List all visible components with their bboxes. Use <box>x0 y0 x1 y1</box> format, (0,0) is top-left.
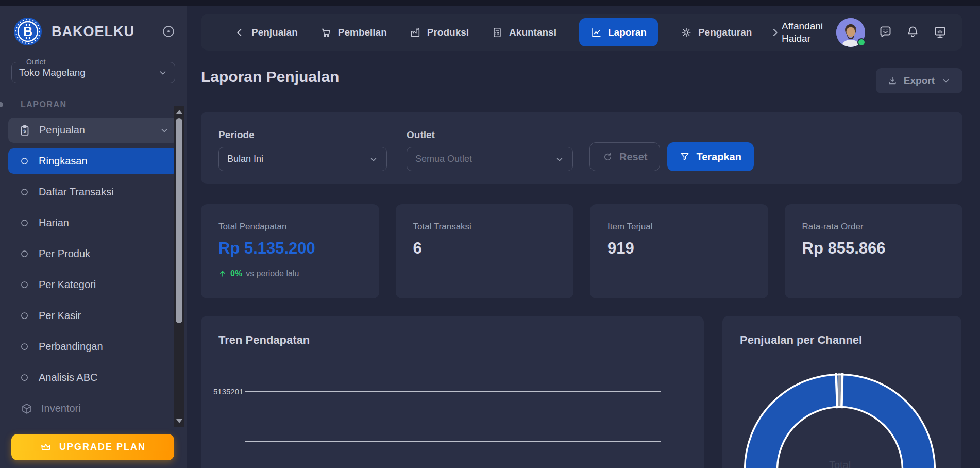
stat-card-item-terjual: Item Terjual 919 <box>590 204 768 298</box>
bell-icon[interactable] <box>906 25 920 39</box>
cart-icon <box>320 27 332 38</box>
radio-circle-icon <box>21 374 28 381</box>
tab-pengaturan[interactable]: Pengaturan <box>681 27 752 38</box>
donut-center-label: Total <box>722 459 957 468</box>
stat-value: 6 <box>413 239 556 258</box>
sidebar-item-label: Penjualan <box>39 124 85 136</box>
apply-button[interactable]: Terapkan <box>667 142 753 171</box>
reset-button[interactable]: Reset <box>589 142 660 171</box>
sidebar-nav: $ Penjualan Ringkasan Daftar Transaksi H… <box>8 118 178 421</box>
outlet-field: Outlet Semua Outlet <box>407 129 573 171</box>
page-header: Laporan Penjualan Export <box>201 68 962 93</box>
radio-circle-icon <box>21 343 28 350</box>
tab-akuntansi[interactable]: Akuntansi <box>492 27 556 38</box>
tab-label: Pengaturan <box>698 27 752 38</box>
sidebar-item-harian[interactable]: Harian <box>8 210 178 236</box>
chevron-right-icon[interactable] <box>769 27 781 38</box>
factory-icon <box>410 27 421 38</box>
export-label: Export <box>904 75 935 87</box>
package-icon <box>21 403 33 415</box>
user-name: Affandani Haidar <box>782 20 823 45</box>
export-button[interactable]: Export <box>876 68 962 93</box>
outlet-selector[interactable]: Outlet Toko Magelang <box>11 58 175 83</box>
gridline <box>245 441 661 442</box>
gridline <box>245 391 661 392</box>
app-root: B BAKOELKU Outlet Toko Magelang LAPORAN <box>0 0 980 468</box>
sidebar-item-label: Inventori <box>41 403 81 414</box>
tab-laporan[interactable]: Laporan <box>579 18 658 46</box>
sidebar-item-analisis-abc[interactable]: Analisis ABC <box>8 365 178 390</box>
tab-label: Laporan <box>608 27 647 38</box>
radio-circle-icon <box>21 219 28 227</box>
tab-produksi[interactable]: Produksi <box>410 27 469 38</box>
stat-delta-pct: 0% <box>230 269 242 278</box>
chevron-down-icon <box>158 68 167 77</box>
stat-label: Rata-rata Order <box>802 222 945 232</box>
sidebar-item-label: Harian <box>39 217 69 229</box>
stat-label: Total Pendapatan <box>218 222 362 232</box>
sidebar-item-perbandingan[interactable]: Perbandingan <box>8 334 178 359</box>
donut-segment-sliver <box>839 373 840 408</box>
stat-delta-suffix: vs periode lalu <box>246 269 299 278</box>
upgrade-plan-label: UPGRADE PLAN <box>59 442 146 453</box>
sidebar-section-label: LAPORAN <box>21 100 67 109</box>
sidebar-item-per-produk[interactable]: Per Produk <box>8 241 178 266</box>
clipboard-money-icon: $ <box>19 124 31 137</box>
monitor-chart-icon[interactable] <box>933 25 947 39</box>
chevron-down-icon <box>941 76 951 86</box>
stat-card-total-pendapatan: Total Pendapatan Rp 5.135.200 0% vs peri… <box>201 204 379 298</box>
sidebar-item-ringkasan[interactable]: Ringkasan <box>8 148 178 174</box>
stat-card-total-transaksi: Total Transaksi 6 <box>396 204 574 298</box>
sidebar-item-inventori[interactable]: Inventori <box>8 396 178 421</box>
radio-circle-icon <box>21 312 28 320</box>
periode-select[interactable]: Bulan Ini <box>218 147 387 171</box>
radio-circle-icon <box>21 157 28 165</box>
svg-text:$: $ <box>23 128 26 133</box>
download-icon <box>887 76 898 86</box>
sidebar-scrollbar[interactable] <box>174 106 184 427</box>
periode-field: Periode Bulan Ini <box>218 129 387 171</box>
scrollbar-thumb[interactable] <box>176 118 182 323</box>
upgrade-plan-button[interactable]: UPGRADE PLAN <box>11 434 174 460</box>
donut-segment-border <box>841 373 842 408</box>
filter-card: Periode Bulan Ini Outlet Semua Outlet <box>201 112 962 184</box>
donut-chart <box>722 316 961 468</box>
stat-label: Item Terjual <box>607 222 751 232</box>
reset-label: Reset <box>619 151 647 163</box>
donut-segment-border <box>836 373 838 408</box>
gear-icon <box>681 27 692 38</box>
trend-chart-card: Tren Pendapatan 5135201 <box>201 316 704 468</box>
online-status-dot <box>857 38 866 46</box>
outlet-label: Outlet <box>407 129 573 141</box>
stats-row: Total Pendapatan Rp 5.135.200 0% vs peri… <box>201 204 962 298</box>
stat-label: Total Transaksi <box>413 222 556 232</box>
sidebar-collapse-icon[interactable] <box>162 25 175 38</box>
avatar[interactable] <box>836 18 865 47</box>
tab-label: Penjualan <box>251 27 298 38</box>
sidebar-item-label: Daftar Transaksi <box>39 186 114 198</box>
filter-funnel-icon <box>680 152 690 162</box>
radio-circle-icon <box>21 188 28 196</box>
outlet-select[interactable]: Semua Outlet <box>407 147 573 171</box>
arrow-up-icon <box>218 270 227 278</box>
filter-actions: Reset Terapkan <box>589 142 754 171</box>
user-name-line1: Affandani <box>782 20 823 32</box>
tab-pembelian[interactable]: Pembelian <box>320 27 387 38</box>
channel-chart-card: Penjualan per Channel Total <box>722 316 961 468</box>
sidebar-item-per-kategori[interactable]: Per Kategori <box>8 272 178 297</box>
scrollbar-up-arrow[interactable] <box>176 110 182 114</box>
sidebar-item-daftar-transaksi[interactable]: Daftar Transaksi <box>8 179 178 205</box>
charts-row: Tren Pendapatan 5135201 Penjualan per Ch… <box>201 316 962 468</box>
sidebar-item-penjualan[interactable]: $ Penjualan <box>8 118 178 143</box>
tab-penjualan[interactable]: Penjualan <box>234 27 298 38</box>
refresh-icon <box>602 152 613 162</box>
sidebar-section: LAPORAN <box>0 100 187 109</box>
main-content: Penjualan Pembelian Produksi <box>187 6 980 468</box>
radio-circle-icon <box>21 281 28 289</box>
sidebar-item-per-kasir[interactable]: Per Kasir <box>8 303 178 328</box>
scrollbar-down-arrow[interactable] <box>176 419 182 423</box>
chart-line-icon <box>590 27 602 38</box>
chevron-down-icon <box>555 155 564 164</box>
chat-smiley-icon[interactable] <box>878 25 892 39</box>
periode-value: Bulan Ini <box>227 154 263 164</box>
